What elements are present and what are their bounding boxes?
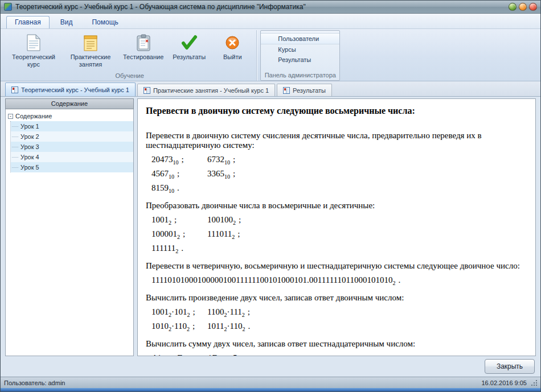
collapse-expander-icon[interactable]: -: [8, 114, 13, 119]
close-button[interactable]: Закрыть: [485, 359, 535, 374]
doc-tab-theory[interactable]: Теоретический курс - Учебный курс 1: [5, 82, 136, 96]
contents-sidebar: Содержание - Содержание Урок 1Урок 2Урок…: [5, 98, 134, 356]
status-datetime: 16.02.2016 9:05: [481, 379, 527, 386]
tree-item-label: Урок 3: [21, 143, 39, 150]
tree-item-label: Урок 1: [21, 123, 39, 130]
button-label: Практические занятия: [66, 53, 115, 68]
task-description: Перевести в четверичную, восьмеричную и …: [146, 261, 527, 271]
tree-root-label: Содержание: [15, 113, 52, 119]
tree-item-lesson-2[interactable]: Урок 2: [11, 131, 133, 142]
practical-lessons-button[interactable]: Практические занятия: [62, 30, 119, 70]
ribbon: Теоретический курс Практические занятия: [1, 29, 540, 81]
contents-tree: - Содержание Урок 1Урок 2Урок 3Урок 4Уро…: [5, 109, 134, 356]
math-expression: 336510;: [207, 169, 260, 179]
expression-row: 815910.: [151, 183, 527, 193]
group-label-training: Обучение: [5, 72, 254, 81]
math-expression: 1111112.: [151, 244, 204, 253]
window-controls: [509, 3, 537, 11]
minimize-button[interactable]: [509, 3, 517, 11]
ribbon-tab-strip: Главная Вид Помощь: [1, 14, 540, 29]
math-expression: 1000012;: [151, 229, 204, 239]
content-blocks: Перевести в двоичную систему счисления д…: [146, 131, 527, 356]
expression-row: 1111010100010000010011111100101000101.00…: [151, 275, 527, 285]
task-description: Преобразовать двоичные числа в восьмерич…: [146, 201, 527, 211]
math-expression: 2047310;: [151, 155, 204, 164]
group-label-admin: Панель администратора: [261, 71, 339, 80]
document-tab-bar: Теоретический курс - Учебный курс 1 Прак…: [1, 81, 540, 97]
button-label: Тестирование: [123, 53, 163, 61]
tree-item-lesson-5[interactable]: Урок 5: [11, 162, 133, 172]
tree-item-label: Урок 4: [21, 154, 39, 160]
bottom-bar: Закрыть: [1, 356, 540, 377]
expression-row: 1111112.: [151, 244, 527, 253]
exit-close-icon: [225, 34, 240, 52]
app-icon: [4, 3, 12, 11]
math-expression: 815910.: [151, 183, 204, 193]
task-description: Вычислить произведение двух чисел, запис…: [146, 293, 527, 303]
math-expression: 1111010100010000010011111100101000101.00…: [151, 275, 400, 285]
admin-courses-item[interactable]: Курсы: [261, 44, 339, 55]
math-expression: 11002·1112;: [207, 307, 260, 317]
document-page-icon: [26, 34, 41, 52]
admin-users-item[interactable]: Пользователи: [261, 33, 339, 44]
tab-view[interactable]: Вид: [52, 16, 81, 28]
button-label: Результаты: [173, 53, 206, 61]
math-expression: 1001002;: [207, 215, 260, 225]
status-bar: Пользователь: admin 16.02.2016 9:05: [1, 377, 540, 388]
expression-row: 456710;336510;: [151, 169, 527, 179]
ribbon-group-admin: Пользователи Курсы Результаты Панель адм…: [260, 30, 340, 81]
window-title: Теоретический курс - Учебный курс 1 - Об…: [15, 3, 509, 11]
tab-window-icon: [283, 87, 290, 94]
task-description: Перевести в двоичную систему счисления д…: [146, 131, 527, 150]
clipboard-icon: [136, 34, 151, 52]
tree-items: Урок 1Урок 2Урок 3Урок 4Урок 5: [10, 121, 133, 172]
math-expression: 673210;: [207, 155, 260, 164]
math-expression: 456710;: [151, 169, 204, 179]
status-user: Пользователь: admin: [4, 379, 65, 386]
math-expression: 10012·1012;: [151, 307, 204, 317]
testing-button[interactable]: Тестирование: [119, 30, 167, 63]
doc-tab-label: Результаты: [293, 87, 326, 94]
check-icon: [181, 34, 198, 52]
tab-window-icon: [144, 87, 150, 94]
title-bar[interactable]: Теоретический курс - Учебный курс 1 - Об…: [1, 1, 540, 14]
task-description: Вычислить сумму двух чисел, записав отве…: [146, 339, 527, 349]
button-label: Теоретический курс: [9, 53, 58, 68]
admin-results-item[interactable]: Результаты: [261, 55, 339, 65]
doc-tab-results[interactable]: Результаты: [277, 84, 332, 96]
tab-help[interactable]: Помощь: [83, 16, 126, 28]
resize-grip[interactable]: [531, 380, 537, 386]
tree-item-label: Урок 5: [21, 164, 39, 171]
maximize-button[interactable]: [519, 3, 527, 11]
ribbon-group-training: Теоретический курс Практические занятия: [3, 30, 257, 81]
math-expression: 10012;: [151, 215, 204, 225]
button-label: Выйти: [223, 53, 242, 61]
lesson-heading: Перевести в двоичную систему следующие в…: [146, 106, 527, 116]
lesson-content-panel: Перевести в двоичную систему следующие в…: [137, 98, 536, 356]
doc-tab-label: Теоретический курс - Учебный курс 1: [21, 86, 129, 93]
expression-row: 1000012;1110112;: [151, 229, 527, 239]
expression-row: 10012·1012;11002·1112;: [151, 307, 527, 317]
close-window-button[interactable]: [529, 3, 537, 11]
tree-item-lesson-1[interactable]: Урок 1: [11, 121, 133, 131]
exit-button[interactable]: Выйти: [211, 30, 254, 63]
window-bottom-edge: [1, 388, 540, 391]
sidebar-header: Содержание: [5, 98, 134, 109]
tab-main[interactable]: Главная: [6, 16, 50, 28]
tree-item-lesson-4[interactable]: Урок 4: [11, 152, 133, 162]
doc-tab-practical[interactable]: Практические занятия - Учебный курс 1: [137, 84, 275, 96]
expression-row: 2047310;673210;: [151, 155, 527, 164]
tree-root-node[interactable]: - Содержание: [6, 111, 133, 121]
theory-course-button[interactable]: Теоретический курс: [5, 30, 62, 70]
expression-row: 10102·1102;10112·1102.: [151, 321, 527, 331]
results-button[interactable]: Результаты: [167, 30, 211, 63]
ribbon-buttons: Теоретический курс Практические занятия: [5, 30, 254, 72]
expression-row: 10012;1001002;: [151, 215, 527, 225]
app-window: Теоретический курс - Учебный курс 1 - Об…: [0, 0, 541, 392]
tree-item-lesson-3[interactable]: Урок 3: [11, 142, 133, 152]
admin-items: Пользователи Курсы Результаты: [261, 31, 339, 71]
tree-item-label: Урок 2: [21, 133, 39, 140]
main-area: Содержание - Содержание Урок 1Урок 2Урок…: [1, 97, 540, 356]
notepad-icon: [83, 34, 98, 52]
math-expression: 10112·1102.: [207, 321, 260, 331]
